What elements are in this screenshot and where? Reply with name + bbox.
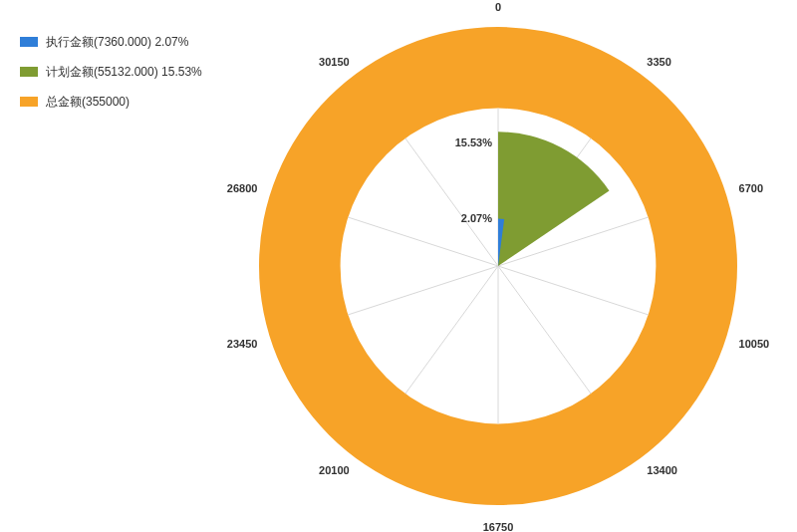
legend-item[interactable]: 总金额(355000) <box>20 96 202 108</box>
axis-tick-label: 30150 <box>319 56 350 68</box>
legend-label: 计划金额(55132.000) 15.53% <box>46 66 202 78</box>
axis-tick-label: 6700 <box>739 182 763 194</box>
axis-tick-label: 26800 <box>227 182 258 194</box>
polar-chart: 0335067001005013400167502010023450268003… <box>219 0 797 532</box>
axis-tick-label: 20100 <box>319 464 350 476</box>
legend-swatch-icon <box>20 97 38 107</box>
legend-swatch-icon <box>20 37 38 47</box>
chart-stage: 执行金额(7360.000) 2.07% 计划金额(55132.000) 15.… <box>0 0 797 532</box>
axis-tick-label: 3350 <box>647 56 670 68</box>
axis-tick-label: 23450 <box>227 338 258 350</box>
legend-label: 执行金额(7360.000) 2.07% <box>46 36 188 48</box>
series-percent-label: 2.07% <box>461 212 492 224</box>
axis-tick-label: 10050 <box>739 338 770 350</box>
legend-item[interactable]: 执行金额(7360.000) 2.07% <box>20 36 202 48</box>
series-percent-label: 15.53% <box>455 136 493 148</box>
legend-swatch-icon <box>20 67 38 77</box>
axis-tick-label: 16750 <box>483 521 514 532</box>
legend-item[interactable]: 计划金额(55132.000) 15.53% <box>20 66 202 78</box>
legend-label: 总金额(355000) <box>46 96 130 108</box>
polar-chart-svg: 0335067001005013400167502010023450268003… <box>219 0 797 532</box>
legend: 执行金额(7360.000) 2.07% 计划金额(55132.000) 15.… <box>20 36 202 126</box>
axis-tick-label: 0 <box>495 1 501 13</box>
axis-tick-label: 13400 <box>647 464 677 476</box>
